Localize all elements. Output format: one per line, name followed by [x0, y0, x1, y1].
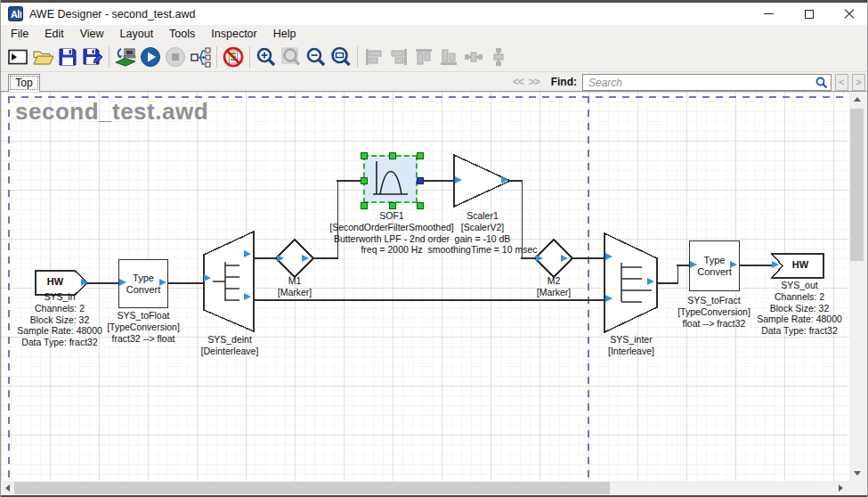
zoom-region-icon	[329, 45, 353, 69]
menu-inspector[interactable]: Inspector	[203, 26, 264, 42]
menu-bar: File Edit View Layout Tools Inspector He…	[1, 25, 868, 43]
input-pin[interactable]	[455, 176, 462, 183]
title-bar[interactable]: A AWE Designer - second_test.awd	[1, 3, 868, 25]
zoom-normal-button[interactable]	[279, 45, 304, 69]
align-right-icon	[387, 45, 410, 69]
nav-next-button[interactable]: >	[852, 74, 865, 91]
output-pin[interactable]	[81, 279, 88, 286]
close-button[interactable]	[829, 3, 868, 25]
input-pin[interactable]	[772, 261, 779, 268]
block-sys-out-label: HW	[783, 259, 818, 270]
find-next-button[interactable]: >>	[526, 76, 542, 88]
scroll-up-arrow[interactable]	[854, 97, 861, 102]
open-file-icon	[31, 45, 54, 69]
horizontal-scroll-thumb[interactable]	[14, 482, 610, 494]
selection-handle[interactable]	[389, 202, 396, 209]
no-inspectors-button[interactable]	[221, 45, 246, 69]
wire[interactable]	[421, 180, 458, 182]
scroll-right-arrow[interactable]	[839, 485, 843, 492]
new-layout-icon	[6, 45, 29, 69]
close-icon	[844, 9, 855, 20]
output-pin[interactable]	[730, 261, 737, 268]
scroll-down-arrow[interactable]	[854, 471, 861, 476]
connect-target-button[interactable]	[113, 45, 138, 69]
no-inspectors-icon	[222, 45, 245, 69]
find-prev-button[interactable]: <<	[510, 76, 526, 88]
align-right-button[interactable]	[386, 45, 411, 69]
wire[interactable]	[738, 265, 775, 266]
caption-scaler1: Scaler1[ScalerV2]gain = -10 dBsmoothingT…	[331, 210, 634, 256]
caption-sys-inter: SYS_inter[Interleave]	[480, 334, 783, 357]
find-bar: << >> Find: < >	[510, 73, 865, 91]
vertical-scroll-thumb[interactable]	[850, 109, 864, 261]
distribute-vertical-icon	[487, 45, 510, 69]
distribute-horizontal-button[interactable]	[461, 45, 486, 69]
input-pin[interactable]	[605, 253, 612, 260]
block-sof1[interactable]	[361, 152, 424, 209]
toolbar-separator	[249, 46, 250, 68]
menu-file[interactable]: File	[3, 26, 37, 42]
output-pin[interactable]	[417, 177, 424, 184]
selection-handle[interactable]	[417, 152, 424, 159]
canvas[interactable]: second_test.awd HW SYS_inChannels: 2Bloc…	[1, 92, 849, 481]
save-icon	[56, 45, 79, 69]
magnifier-icon	[815, 77, 828, 89]
sof1-body[interactable]	[363, 155, 418, 203]
scroll-left-arrow[interactable]	[5, 485, 10, 492]
distribute-vertical-button[interactable]	[486, 45, 511, 69]
run-button[interactable]	[138, 45, 163, 69]
search-input[interactable]	[582, 74, 831, 91]
selection-handle[interactable]	[361, 202, 368, 209]
horizontal-scrollbar[interactable]	[1, 481, 849, 495]
zoom-in-button[interactable]	[254, 45, 279, 69]
stop-button[interactable]	[163, 45, 188, 69]
caption-sys-out: SYS_outChannels: 2Block Size: 32Sample R…	[648, 280, 849, 337]
align-bottom-button[interactable]	[436, 45, 461, 69]
wire[interactable]	[252, 299, 607, 301]
layout-boundary-top	[8, 96, 845, 98]
toolbar-separator	[357, 46, 358, 68]
selection-handle[interactable]	[417, 202, 424, 209]
new-layout-button[interactable]	[5, 45, 30, 69]
selection-handle[interactable]	[361, 152, 368, 159]
nav-prev-button[interactable]: <	[835, 74, 848, 91]
stop-icon	[164, 45, 187, 69]
distribute-horizontal-icon	[462, 45, 485, 69]
align-bottom-icon	[437, 45, 460, 69]
save-button[interactable]	[55, 45, 80, 69]
open-file-button[interactable]	[30, 45, 55, 69]
align-top-button[interactable]	[411, 45, 436, 69]
toolbar	[1, 43, 868, 72]
save-as-button[interactable]	[80, 45, 105, 69]
menu-view[interactable]: View	[72, 26, 112, 42]
zoom-out-button[interactable]	[304, 45, 329, 69]
run-icon	[139, 45, 162, 69]
input-pin[interactable]	[119, 279, 126, 286]
zoom-in-icon	[255, 45, 278, 69]
window-title: AWE Designer - second_test.awd	[29, 8, 195, 20]
input-pin[interactable]	[690, 261, 697, 268]
right-gutter	[864, 92, 868, 481]
wire[interactable]	[86, 282, 120, 284]
propagate-changes-button[interactable]	[188, 45, 213, 69]
menu-help[interactable]: Help	[265, 26, 304, 42]
layout-boundary-left	[8, 96, 10, 481]
input-pin[interactable]	[536, 255, 543, 262]
menu-tools[interactable]: Tools	[161, 26, 203, 42]
vertical-scrollbar[interactable]	[849, 92, 864, 481]
output-pin[interactable]	[561, 255, 568, 262]
toolbar-separator	[216, 46, 217, 68]
tab-top[interactable]: Top	[8, 74, 40, 92]
caption-m1: M1[Marker]	[143, 275, 446, 298]
selection-handle[interactable]	[361, 177, 368, 184]
output-pin[interactable]	[501, 176, 508, 183]
zoom-region-button[interactable]	[329, 45, 353, 69]
minimize-button[interactable]	[749, 3, 789, 25]
filter-curve-icon	[365, 157, 416, 201]
selection-handle[interactable]	[389, 152, 396, 159]
menu-layout[interactable]: Layout	[112, 26, 162, 42]
maximize-button[interactable]	[789, 3, 829, 25]
align-left-button[interactable]	[361, 45, 386, 69]
app-icon: A	[8, 6, 23, 21]
menu-edit[interactable]: Edit	[37, 26, 72, 42]
